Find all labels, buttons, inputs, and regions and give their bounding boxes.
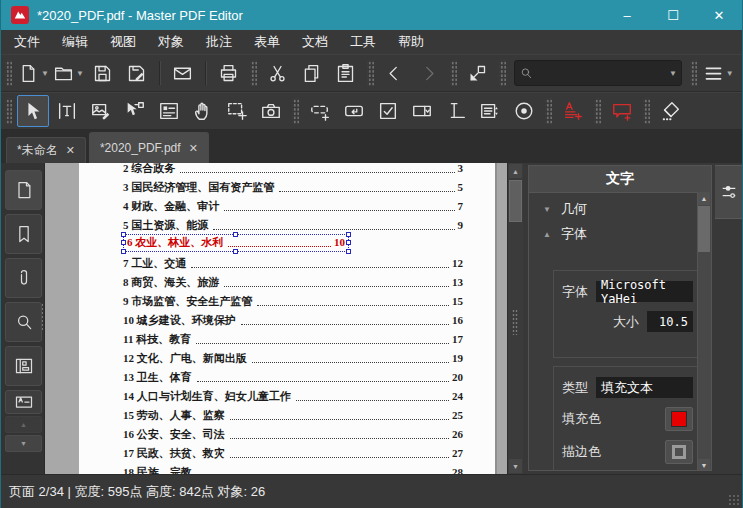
sidebar-item-search[interactable] — [5, 302, 42, 342]
sidebar-scroll-up-icon[interactable]: ▲ — [5, 416, 42, 433]
list-box-button[interactable] — [474, 95, 506, 127]
cut-button[interactable] — [262, 57, 294, 89]
section-geometry[interactable]: ▼ 几何 — [529, 193, 711, 218]
fill-color-button[interactable] — [665, 407, 693, 431]
save-button[interactable] — [87, 57, 119, 89]
toc-row[interactable]: 7 工业、交通12 — [123, 252, 463, 271]
selection-handle[interactable] — [346, 249, 351, 254]
menu-item-工具[interactable]: 工具 — [339, 30, 387, 54]
scrollbar-thumb[interactable] — [509, 180, 522, 222]
sidebar-item-attachments[interactable] — [5, 258, 42, 298]
scroll-down-icon[interactable]: ▼ — [509, 459, 522, 473]
panel-splitter[interactable] — [512, 309, 518, 335]
toc-row[interactable]: 3 国民经济管理、国有资产监管5 — [123, 176, 463, 195]
toc-row[interactable]: 2 综合政务3 — [123, 163, 463, 176]
properties-tab[interactable] — [715, 165, 743, 219]
checkbox-button[interactable] — [372, 95, 404, 127]
toolbar-grip[interactable] — [5, 60, 12, 86]
search-dropdown-icon[interactable]: ▼ — [669, 69, 677, 78]
new-document-button[interactable]: ▼ — [17, 57, 50, 89]
sidebar-item-page-thumbnails[interactable] — [5, 170, 42, 210]
toc-row[interactable]: 13 卫生、体育20 — [123, 366, 463, 385]
pointer-button[interactable] — [17, 95, 49, 127]
search-box[interactable]: ▼ — [514, 60, 682, 86]
document-viewport[interactable]: 2 综合政务33 国民经济管理、国有资产监管54 财政、金融、审计75 国土资源… — [45, 163, 507, 474]
pdf-page[interactable]: 2 综合政务33 国民经济管理、国有资产监管54 财政、金融、审计75 国土资源… — [79, 163, 495, 474]
email-button[interactable] — [167, 57, 199, 89]
dropdown-caret-icon[interactable]: ▼ — [726, 69, 734, 78]
toolbar-grip[interactable] — [5, 98, 12, 124]
edit-path-button[interactable] — [119, 95, 151, 127]
toolbar-grip[interactable] — [450, 60, 457, 86]
add-callout-button[interactable] — [606, 95, 638, 127]
copy-button[interactable] — [296, 57, 328, 89]
menu-item-批注[interactable]: 批注 — [195, 30, 243, 54]
fit-selection-button[interactable] — [462, 57, 494, 89]
toolbar-grip[interactable] — [690, 60, 697, 86]
hand-button[interactable] — [187, 95, 219, 127]
panel-scroll-up-icon[interactable]: ▲ — [698, 192, 710, 205]
selection-handle[interactable] — [121, 232, 126, 237]
sidebar-item-form-fields[interactable] — [5, 390, 42, 414]
menu-item-文件[interactable]: 文件 — [3, 30, 51, 54]
panel-scrollbar[interactable]: ▲ ▼ — [697, 192, 711, 471]
toc-row[interactable]: 6 农业、林业、水利10 — [123, 233, 463, 252]
sidebar-item-layers[interactable] — [5, 346, 42, 386]
toc-row[interactable]: 4 财政、金融、审计7 — [123, 195, 463, 214]
dropdown-caret-icon[interactable]: ▼ — [41, 69, 49, 78]
snapshot-button[interactable] — [255, 95, 287, 127]
section-font[interactable]: ▲ 字体 — [529, 218, 711, 243]
tab-close-icon[interactable]: ✕ — [189, 142, 198, 155]
close-button[interactable]: ✕ — [696, 0, 742, 30]
toolbar-grip[interactable] — [499, 60, 506, 86]
add-link-button[interactable] — [304, 95, 336, 127]
forward-button[interactable] — [413, 57, 445, 89]
type-dropdown[interactable]: 填充文本 — [596, 377, 693, 398]
print-button[interactable] — [213, 57, 245, 89]
search-input[interactable] — [533, 65, 667, 81]
toc-row[interactable]: 18 民族、宗教28 — [123, 461, 463, 474]
toc-row[interactable]: 9 市场监管、安全生产监管15 — [123, 290, 463, 309]
open-folder-button[interactable]: ▼ — [52, 57, 85, 89]
minimize-button[interactable]: – — [604, 0, 650, 30]
document-tab[interactable]: *未命名✕ — [6, 137, 86, 163]
toolbar-grip[interactable] — [545, 98, 552, 124]
eraser-button[interactable] — [655, 95, 687, 127]
font-size-field[interactable]: 10.5 — [647, 311, 693, 332]
select-area-button[interactable] — [221, 95, 253, 127]
main-menu-button[interactable]: ▼ — [702, 57, 735, 89]
stroke-color-button[interactable] — [665, 440, 693, 464]
selection-handle[interactable] — [121, 249, 126, 254]
toc-row[interactable]: 8 商贸、海关、旅游13 — [123, 271, 463, 290]
selection-handle[interactable] — [346, 240, 351, 245]
document-tab[interactable]: *2020_PDF.pdf✕ — [89, 132, 209, 163]
tab-close-icon[interactable]: ✕ — [66, 144, 75, 157]
menu-item-文档[interactable]: 文档 — [291, 30, 339, 54]
toc-row[interactable]: 16 公安、安全、司法26 — [123, 423, 463, 442]
form-fields-button[interactable] — [153, 95, 185, 127]
selection-handle[interactable] — [233, 232, 238, 237]
menu-item-视图[interactable]: 视图 — [99, 30, 147, 54]
resize-grip[interactable] — [728, 494, 740, 506]
sidebar-scroll-down-icon[interactable]: ▼ — [5, 435, 42, 452]
toc-row[interactable]: 15 劳动、人事、监察25 — [123, 404, 463, 423]
toc-row[interactable]: 5 国土资源、能源9 — [123, 214, 463, 233]
toolbar-grip[interactable] — [367, 60, 374, 86]
panel-scroll-down-icon[interactable]: ▼ — [698, 459, 710, 471]
back-button[interactable] — [379, 57, 411, 89]
toolbar-grip[interactable] — [594, 98, 601, 124]
maximize-button[interactable]: ☐ — [650, 0, 696, 30]
text-field-button[interactable] — [440, 95, 472, 127]
toc-row[interactable]: 14 人口与计划生育、妇女儿童工作24 — [123, 385, 463, 404]
toolbar-grip[interactable] — [292, 98, 299, 124]
selection-handle[interactable] — [346, 232, 351, 237]
edit-image-button[interactable] — [85, 95, 117, 127]
menu-item-表单[interactable]: 表单 — [243, 30, 291, 54]
toolbar-grip[interactable] — [643, 98, 650, 124]
dropdown-caret-icon[interactable]: ▼ — [76, 69, 84, 78]
toolbar-grip[interactable] — [250, 60, 257, 86]
combo-box-button[interactable] — [406, 95, 438, 127]
selection-handle[interactable] — [121, 240, 126, 245]
menu-item-帮助[interactable]: 帮助 — [387, 30, 435, 54]
add-text-annotation-button[interactable] — [557, 95, 589, 127]
